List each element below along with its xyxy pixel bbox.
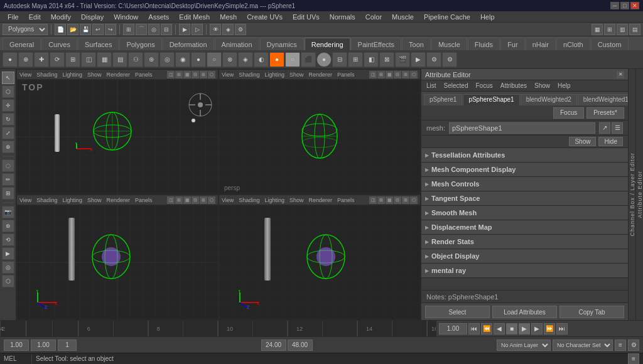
vp-tr-btn-2[interactable]: ⊞: [377, 71, 385, 78]
vp-tl-panels[interactable]: Panels: [135, 72, 153, 78]
menu-mesh[interactable]: Mesh: [215, 11, 242, 23]
new-scene-icon[interactable]: 📄: [55, 24, 66, 35]
vp-tr-show[interactable]: Show: [289, 72, 304, 78]
vp-tr-view[interactable]: View: [222, 72, 234, 78]
pb-frame-display[interactable]: [261, 340, 286, 351]
focus-button[interactable]: Focus: [553, 107, 584, 119]
vp-tl-view[interactable]: View: [19, 72, 31, 78]
attr-menu-list[interactable]: List: [424, 82, 439, 89]
shelf-icon-6[interactable]: ◫: [81, 52, 96, 67]
attr-tab-blendWeighted1[interactable]: blendWeighted1: [578, 94, 628, 105]
status-script-editor[interactable]: ≡: [628, 353, 639, 365]
anim-layer-dropdown[interactable]: No Anim Layer: [497, 340, 551, 351]
close-button[interactable]: ✕: [630, 2, 639, 9]
vp-tl-btn-6[interactable]: ⬡: [208, 71, 215, 78]
tab-deformation[interactable]: Deformation: [163, 38, 214, 50]
render-icon[interactable]: ▶: [179, 24, 190, 35]
render-view-icon[interactable]: ▶: [2, 247, 14, 260]
vp-br-btn-3[interactable]: ▦: [386, 196, 393, 204]
tab-animation[interactable]: Animation: [215, 38, 259, 50]
tab-painteffects[interactable]: PaintEffects: [351, 38, 402, 50]
timeline-prev-frame[interactable]: ◀: [494, 323, 505, 335]
menu-create-uvs[interactable]: Create UVs: [242, 11, 288, 23]
select-tool[interactable]: ↖: [2, 72, 14, 84]
vp-tl-content[interactable]: TOP: [17, 80, 218, 194]
vp-bl-renderer[interactable]: Renderer: [106, 197, 130, 203]
presets-button[interactable]: Presets*: [586, 107, 624, 119]
open-scene-icon[interactable]: 📂: [67, 24, 78, 35]
shelf-icon-14[interactable]: ⊗: [222, 52, 237, 67]
xray-icon[interactable]: ◎: [2, 261, 14, 274]
attr-menu-help[interactable]: Help: [555, 82, 573, 89]
tab-rendering[interactable]: Rendering: [305, 38, 350, 50]
shelf-icon-12[interactable]: ◉: [175, 52, 190, 67]
timeline-next-frame[interactable]: ▶: [531, 323, 543, 335]
tab-fluids[interactable]: Fluids: [468, 38, 500, 50]
menu-muscle[interactable]: Muscle: [387, 11, 419, 23]
paint-tool[interactable]: ✏: [2, 173, 14, 186]
vp-bl-btn-3[interactable]: ▦: [183, 196, 191, 204]
vp-tl-lighting[interactable]: Lighting: [62, 72, 82, 78]
hide-button[interactable]: Hide: [598, 137, 623, 146]
shelf-icon-5[interactable]: ⊞: [65, 52, 80, 67]
section-mesh-component-header[interactable]: ▶ Mesh Component Display: [421, 163, 628, 176]
shelf-icon-16[interactable]: ◐: [254, 52, 269, 67]
mesh-input[interactable]: [449, 122, 595, 134]
rotate-tool[interactable]: ↻: [2, 113, 14, 126]
shelf-icon-3[interactable]: ✚: [34, 52, 49, 67]
tab-custom[interactable]: Custom: [591, 38, 629, 50]
shelf-icon-15[interactable]: ◈: [238, 52, 253, 67]
vp-tl-nav-widget[interactable]: [188, 92, 213, 117]
shelf-icon-8[interactable]: ▤: [112, 52, 127, 67]
snap-icon[interactable]: ⊛: [2, 220, 14, 232]
shelf-icon-13[interactable]: ●: [191, 52, 206, 67]
vp-bl-btn-1[interactable]: ◫: [167, 196, 175, 204]
tab-dynamics[interactable]: Dynamics: [260, 38, 304, 50]
shelf-icon-23[interactable]: ⊠: [379, 52, 394, 67]
vp-br-btn-6[interactable]: ⬡: [410, 196, 418, 204]
redo-icon[interactable]: ↪: [105, 24, 116, 35]
vp-tr-btn-3[interactable]: ▦: [386, 71, 393, 78]
minimize-button[interactable]: ─: [610, 2, 619, 9]
timeline-stop[interactable]: ■: [506, 323, 517, 335]
vp-tr-btn-1[interactable]: ◫: [369, 71, 377, 78]
vp-tr-panels[interactable]: Panels: [337, 72, 355, 78]
ipr-icon[interactable]: ▷: [192, 24, 203, 35]
tab-muscle[interactable]: Muscle: [431, 38, 467, 50]
shelf-icon-9[interactable]: ⚇: [128, 52, 143, 67]
vp-tl-shading[interactable]: Shading: [36, 72, 57, 78]
vp-tl-renderer[interactable]: Renderer: [106, 72, 130, 78]
vp-tl-btn-3[interactable]: ▦: [183, 71, 191, 78]
menu-edit[interactable]: Edit: [24, 11, 46, 23]
shelf-icon-light[interactable]: ○: [207, 52, 222, 67]
attr-panel-close[interactable]: ✕: [617, 71, 624, 78]
menu-edit-mesh[interactable]: Edit Mesh: [174, 11, 215, 23]
menu-assets[interactable]: Assets: [143, 11, 174, 23]
shelf-icon-25[interactable]: ▶: [411, 52, 426, 67]
camera-tool[interactable]: 📷: [2, 206, 14, 218]
shelf-icon-26[interactable]: ⚙: [426, 52, 441, 67]
render-settings-icon[interactable]: ⚙: [235, 24, 246, 35]
menu-color[interactable]: Color: [360, 11, 387, 23]
shelf-icon-17[interactable]: ●: [269, 52, 284, 67]
shelf-icon-10[interactable]: ⊛: [144, 52, 159, 67]
attr-tab-psphere1[interactable]: pSphere1: [424, 94, 462, 105]
layout-icon-3[interactable]: ▥: [617, 24, 628, 35]
timeline-go-start[interactable]: ⏮: [468, 323, 480, 335]
menu-display[interactable]: Display: [76, 11, 109, 23]
lasso-tool[interactable]: ⬡: [2, 85, 14, 98]
vp-br-btn-5[interactable]: ⊞: [402, 196, 409, 204]
shelf-icon-21[interactable]: ⊞: [348, 52, 363, 67]
shelf-icon-7[interactable]: ▦: [97, 52, 112, 67]
vp-br-renderer[interactable]: Renderer: [308, 197, 332, 203]
section-tangent-space-header[interactable]: ▶ Tangent Space: [421, 191, 628, 205]
menu-help[interactable]: Help: [475, 11, 500, 23]
tab-nhair[interactable]: nHair: [526, 38, 556, 50]
vp-br-btn-1[interactable]: ◫: [369, 196, 377, 204]
mesh-map-icon[interactable]: ↗: [599, 122, 610, 134]
vp-bl-btn-2[interactable]: ⊞: [175, 196, 183, 204]
timeline-play[interactable]: ▶: [519, 323, 530, 335]
menu-edit-uvs[interactable]: Edit UVs: [288, 11, 325, 23]
shelf-icon-1[interactable]: ●: [3, 52, 18, 67]
attr-menu-attributes[interactable]: Attributes: [498, 82, 529, 89]
